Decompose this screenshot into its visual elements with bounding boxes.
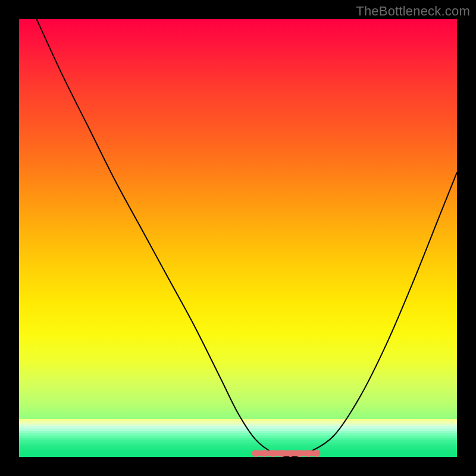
plot-area [19, 19, 457, 457]
optimal-dot [261, 450, 268, 457]
optimal-dot [287, 450, 294, 457]
optimal-dot [305, 450, 312, 457]
watermark-text: TheBottleneck.com [356, 4, 470, 19]
optimal-dot [296, 450, 303, 457]
optimal-dot [313, 450, 320, 457]
optimal-dot [252, 450, 259, 457]
bottleneck-curve [36, 19, 457, 457]
optimal-dot [270, 450, 277, 457]
curve-svg [19, 19, 457, 457]
optimal-dot [278, 450, 286, 457]
chart-frame: TheBottleneck.com [0, 0, 476, 476]
